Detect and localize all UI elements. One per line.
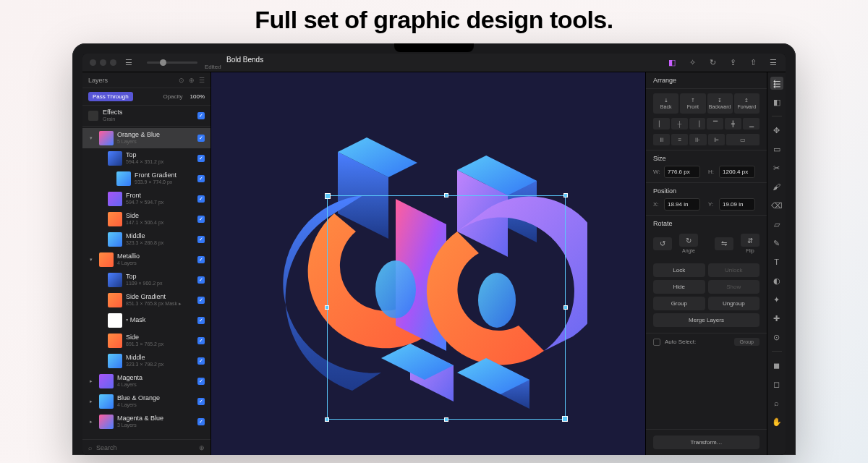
layer-visibility-checkbox[interactable]: ✓ (197, 236, 205, 243)
layers-list[interactable]: ▾ Orange & Blue 5 Layers ✓ Top 594.4 × 3… (82, 127, 210, 439)
layer-visibility-checkbox[interactable]: ✓ (197, 378, 205, 385)
layer-item[interactable]: Side 891.3 × 765.2 px ✓ (82, 331, 210, 351)
layer-visibility-checkbox[interactable]: ✓ (197, 216, 205, 223)
distribute-h-icon[interactable]: ⫼ (653, 134, 670, 145)
minimize-icon[interactable] (100, 59, 106, 66)
merge-layers-button[interactable]: Merge Layers (653, 313, 760, 327)
foreground-color-icon[interactable]: ◼ (770, 359, 783, 372)
x-input[interactable] (664, 198, 700, 211)
shape-tool-icon[interactable]: ▱ (770, 218, 783, 231)
align-center-h-icon[interactable]: ┼ (671, 118, 688, 129)
ungroup-button[interactable]: Ungroup (708, 297, 760, 310)
transform-button[interactable]: Transform… (653, 436, 760, 449)
height-input[interactable] (719, 166, 755, 178)
layer-item[interactable]: Middle 323.3 × 798.2 px ✓ (82, 351, 210, 371)
disclosure-icon[interactable]: ▾ (90, 257, 95, 263)
style-tool-icon[interactable]: ◧ (770, 95, 783, 109)
layer-item[interactable]: Front 594.7 × 594.7 px ✓ (82, 189, 210, 209)
align-to-canvas-icon[interactable]: ▭ (726, 134, 760, 145)
share-icon[interactable]: ⇧ (748, 58, 758, 68)
layer-group[interactable]: ▸ Magenta & Blue 3 Layers ✓ (82, 412, 210, 432)
layer-item[interactable]: ▫ Mask ✓ (82, 310, 210, 331)
layer-item[interactable]: Side 147.1 × 506.4 px ✓ (82, 209, 210, 229)
background-color-icon[interactable]: ◻ (770, 378, 783, 391)
history-icon[interactable]: ↻ (707, 58, 718, 68)
gradient-tool-icon[interactable]: ◐ (770, 274, 783, 287)
color-adjust-icon[interactable]: ◧ (667, 58, 677, 68)
zoom-slider[interactable] (147, 61, 197, 64)
erase-tool-icon[interactable]: ⌫ (770, 199, 783, 212)
inspector-toggle-icon[interactable]: ☰ (768, 58, 778, 68)
layer-group[interactable]: ▸ Blue & Orange 4 Layers ✓ (82, 391, 210, 412)
order-backward-button[interactable]: ↧Backward (707, 93, 733, 114)
disclosure-icon[interactable]: ▸ (90, 399, 95, 404)
layers-filter-icon[interactable]: ⊙ (179, 77, 184, 84)
layer-visibility-checkbox[interactable]: ✓ (197, 317, 205, 324)
close-icon[interactable] (90, 59, 96, 66)
layers-menu-icon[interactable]: ☰ (199, 77, 205, 84)
distribute-v-icon[interactable]: ≡ (671, 134, 688, 145)
order-forward-button[interactable]: ↥Forward (734, 93, 760, 114)
group-button[interactable]: Group (653, 297, 705, 310)
clone-tool-icon[interactable]: ✦ (770, 293, 783, 306)
selection-tool-icon[interactable]: ▭ (770, 143, 783, 156)
distribute-spacing-h-icon[interactable]: ⊪ (689, 134, 706, 145)
opacity-value[interactable]: 100% (190, 93, 205, 100)
effects-checkbox[interactable]: ✓ (197, 112, 205, 119)
layer-visibility-checkbox[interactable]: ✓ (197, 175, 205, 182)
align-top-icon[interactable]: ▔ (707, 118, 723, 129)
layer-visibility-checkbox[interactable]: ✓ (197, 195, 205, 203)
layer-visibility-checkbox[interactable]: ✓ (197, 297, 205, 304)
layer-visibility-checkbox[interactable]: ✓ (197, 337, 205, 344)
align-center-v-icon[interactable]: ╋ (725, 118, 741, 129)
zoom-icon[interactable] (110, 59, 116, 66)
order-front-button[interactable]: ⤒Front (680, 93, 705, 114)
canvas[interactable] (211, 72, 645, 455)
color-picker-icon[interactable]: ⊙ (770, 331, 783, 344)
repair-tool-icon[interactable]: ✚ (770, 312, 783, 325)
effects-label[interactable]: Effects (103, 109, 193, 116)
distribute-spacing-v-icon[interactable]: ⊫ (708, 134, 725, 145)
y-input[interactable] (719, 198, 755, 211)
layer-item[interactable]: Middle 323.3 × 286.8 px ✓ (82, 229, 210, 250)
paint-tool-icon[interactable]: 🖌 (770, 180, 783, 193)
auto-select-checkbox[interactable] (653, 339, 660, 346)
layer-visibility-checkbox[interactable]: ✓ (197, 135, 205, 142)
flip-h-icon[interactable]: ⇋ (715, 237, 733, 250)
layer-visibility-checkbox[interactable]: ✓ (197, 276, 205, 284)
search-input[interactable]: Search (96, 444, 117, 451)
export-icon[interactable]: ⇪ (728, 58, 738, 68)
flip-v-icon[interactable]: ⇵ (741, 234, 760, 247)
layer-visibility-checkbox[interactable]: ✓ (197, 357, 205, 365)
lock-button[interactable]: Lock (653, 263, 705, 277)
layer-group[interactable]: ▾ Metallio 4 Layers ✓ (82, 250, 210, 270)
pen-tool-icon[interactable]: ✎ (770, 237, 783, 250)
hide-button[interactable]: Hide (653, 280, 705, 294)
layer-item[interactable]: Top 1109 × 900.2 px ✓ (82, 270, 210, 290)
layer-item[interactable]: Top 594.4 × 351.2 px ✓ (82, 148, 210, 169)
sidebar-toggle-icon[interactable]: ☰ (124, 58, 134, 68)
artwork[interactable] (291, 127, 566, 402)
disclosure-icon[interactable]: ▸ (90, 419, 95, 425)
layer-item[interactable]: Front Gradient 933.9 × 774.0 px ✓ (82, 169, 210, 189)
blend-mode-select[interactable]: Pass Through (88, 92, 133, 101)
window-controls[interactable] (90, 59, 116, 66)
layer-group[interactable]: ▸ Magenta 4 Layers ✓ (82, 371, 210, 391)
show-button[interactable]: Show (708, 280, 760, 294)
hand-tool-icon[interactable]: ✋ (770, 415, 783, 428)
move-tool-icon[interactable]: ✥ (770, 124, 783, 137)
layer-visibility-checkbox[interactable]: ✓ (197, 398, 205, 405)
effects-icon[interactable]: ✧ (687, 58, 697, 68)
unlock-button[interactable]: Unlock (708, 263, 760, 277)
align-right-icon[interactable]: ▕ (689, 118, 706, 129)
layer-visibility-checkbox[interactable]: ✓ (197, 418, 205, 425)
auto-select-mode[interactable]: Group (734, 338, 760, 346)
width-input[interactable] (664, 166, 700, 178)
align-bottom-icon[interactable]: ▁ (743, 118, 760, 129)
add-layer-icon[interactable]: ⊕ (199, 444, 205, 451)
disclosure-icon[interactable]: ▾ (90, 135, 95, 141)
layer-visibility-checkbox[interactable]: ✓ (197, 155, 205, 162)
layer-item[interactable]: Side Gradient 851.3 × 765.8 px Mask ▸ ✓ (82, 290, 210, 310)
disclosure-icon[interactable]: ▸ (90, 378, 95, 384)
type-tool-icon[interactable]: T (770, 255, 783, 268)
